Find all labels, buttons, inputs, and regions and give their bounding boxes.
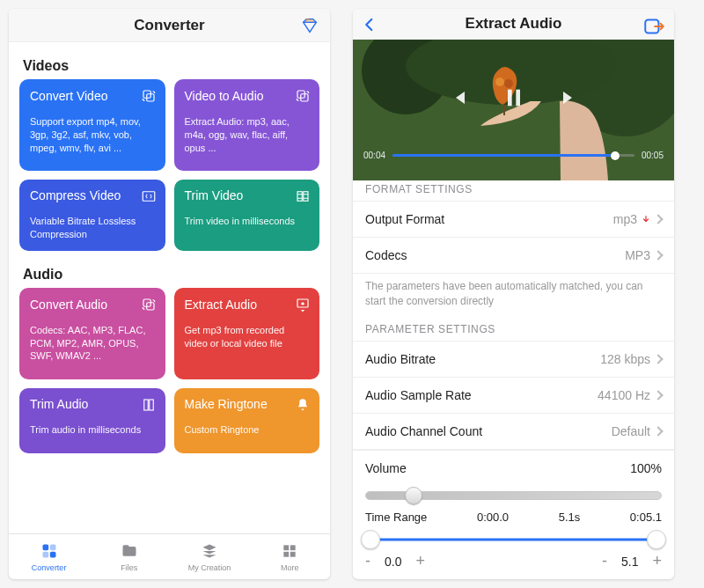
row-value: mp3: [613, 212, 662, 226]
row-value: 128 kbps: [600, 352, 662, 366]
row-volume: Volume 100%: [353, 450, 674, 486]
row-audio-channel-count[interactable]: Audio Channel CountDefault: [353, 413, 674, 450]
range-handle-end[interactable]: [647, 530, 666, 549]
range-handle-start[interactable]: [361, 530, 380, 549]
pause-button[interactable]: [502, 85, 526, 114]
convert-icon: [141, 88, 157, 107]
tab-converter[interactable]: Converter: [9, 534, 89, 579]
row-label: Audio Bitrate: [365, 352, 436, 366]
page-title: Extract Audio: [466, 15, 562, 33]
tab-files[interactable]: Files: [89, 534, 169, 579]
chevron-right-icon: [653, 354, 663, 364]
row-output-format[interactable]: Output Formatmp3: [353, 201, 674, 237]
bell-icon: [295, 397, 311, 416]
main-scroll[interactable]: VideosConvert VideoSupport export mp4, m…: [9, 42, 330, 533]
card-desc: Get mp3 from recorded video or local vid…: [185, 324, 310, 350]
svg-rect-12: [149, 400, 153, 410]
card-desc: Trim video in milliseconds: [185, 215, 310, 228]
start-plus[interactable]: +: [415, 552, 425, 570]
extract-icon: [295, 297, 311, 316]
time-range-mid: 5.1s: [559, 511, 581, 524]
svg-rect-13: [42, 544, 48, 550]
volume-label: Volume: [365, 461, 407, 475]
card-convert-audio[interactable]: Convert AudioCodecs: AAC, MP3, FLAC, PCM…: [19, 288, 165, 379]
header: Converter Pro: [9, 9, 330, 42]
svg-rect-29: [516, 89, 520, 106]
format-hint: The parameters have been automatically m…: [353, 274, 674, 309]
convert-icon: [141, 297, 157, 316]
time-steppers: - 0.0 + - 5.1 +: [353, 548, 674, 579]
card-trim-video[interactable]: Trim VideoTrim video in milliseconds: [174, 180, 320, 251]
tab-icon: [40, 542, 59, 562]
prev-button[interactable]: [447, 87, 468, 112]
book-icon: [141, 397, 157, 416]
row-label: Audio Sample Rate: [365, 388, 472, 402]
tab-label: Converter: [32, 563, 67, 572]
time-range-start: 0:00.0: [477, 511, 509, 524]
extract-audio-screen: Extract Audio 00:04: [353, 9, 674, 579]
start-value: 0.0: [385, 555, 401, 569]
time-range-row: Time Range 0:00.0 5.1s 0:05.1: [353, 500, 674, 527]
section-title: Videos: [23, 58, 319, 74]
volume-thumb[interactable]: [405, 487, 422, 504]
back-button[interactable]: [362, 17, 378, 36]
time-total: 00:05: [642, 151, 664, 160]
time-range-label: Time Range: [365, 511, 427, 524]
card-title: Trim Video: [185, 188, 310, 202]
header: Extract Audio: [353, 9, 674, 40]
card-compress-video[interactable]: Compress VideoVariable Bitrate Lossless …: [19, 180, 165, 251]
video-preview[interactable]: 00:04 00:05: [353, 40, 674, 169]
svg-rect-11: [143, 400, 148, 410]
card-desc: Codecs: AAC, MP3, FLAC, PCM, MP2, AMR, O…: [30, 324, 155, 364]
row-audio-sample-rate[interactable]: Audio Sample Rate44100 Hz: [353, 377, 674, 413]
compress-icon: [141, 188, 157, 208]
svg-text:Pro: Pro: [306, 18, 314, 23]
progress-bar[interactable]: 00:04 00:05: [353, 143, 674, 169]
end-plus[interactable]: +: [652, 552, 662, 570]
svg-rect-5: [143, 192, 155, 202]
volume-slider[interactable]: [365, 491, 662, 500]
card-title: Compress Video: [30, 188, 155, 202]
time-range-end: 0:05.1: [630, 511, 662, 524]
playback-controls: [447, 85, 581, 114]
svg-rect-16: [49, 551, 55, 557]
export-button[interactable]: [642, 15, 665, 41]
trim-icon: [295, 188, 311, 208]
convert-icon: [295, 88, 311, 107]
card-make-ringtone[interactable]: Make RingtoneCustom Ringtone: [174, 388, 320, 453]
row-label: Codecs: [365, 248, 407, 262]
tab-label: My Creation: [188, 563, 231, 572]
tab-label: More: [281, 563, 299, 572]
section-header-param: PARAMETER SETTINGS: [353, 309, 674, 341]
row-audio-bitrate[interactable]: Audio Bitrate128 kbps: [353, 341, 674, 377]
svg-rect-18: [290, 545, 296, 550]
chevron-right-icon: [653, 426, 663, 436]
time-current: 00:04: [363, 151, 385, 160]
card-desc: Trim audio in milliseconds: [30, 423, 155, 437]
end-minus[interactable]: -: [602, 552, 607, 570]
tab-icon: [120, 542, 139, 562]
time-range-slider[interactable]: [365, 531, 662, 548]
tab-label: Files: [121, 563, 137, 572]
next-button[interactable]: [560, 87, 581, 112]
tab-more[interactable]: More: [250, 534, 330, 579]
row-value: 44100 Hz: [598, 388, 662, 402]
card-convert-video[interactable]: Convert VideoSupport export mp4, mov, 3g…: [19, 79, 165, 171]
tabbar: ConverterFilesMy CreationMore: [9, 533, 330, 579]
card-video-to-audio[interactable]: Video to AudioExtract Audio: mp3, aac, m…: [174, 79, 320, 171]
card-title: Convert Video: [30, 89, 155, 103]
end-value: 5.1: [621, 555, 638, 569]
card-desc: Custom Ringtone: [185, 423, 310, 437]
row-label: Audio Channel Count: [365, 424, 482, 438]
tab-my-creation[interactable]: My Creation: [170, 534, 250, 579]
premium-icon[interactable]: Pro: [300, 16, 319, 39]
row-value: Default: [612, 424, 662, 438]
chevron-right-icon: [653, 215, 663, 224]
card-title: Video to Audio: [185, 89, 310, 103]
svg-rect-6: [297, 192, 302, 202]
card-extract-audio[interactable]: Extract AudioGet mp3 from recorded video…: [174, 288, 320, 379]
card-trim-audio[interactable]: Trim AudioTrim audio in milliseconds: [19, 388, 165, 453]
start-minus[interactable]: -: [365, 552, 370, 570]
chevron-right-icon: [653, 390, 663, 400]
row-codecs[interactable]: CodecsMP3: [353, 237, 674, 274]
